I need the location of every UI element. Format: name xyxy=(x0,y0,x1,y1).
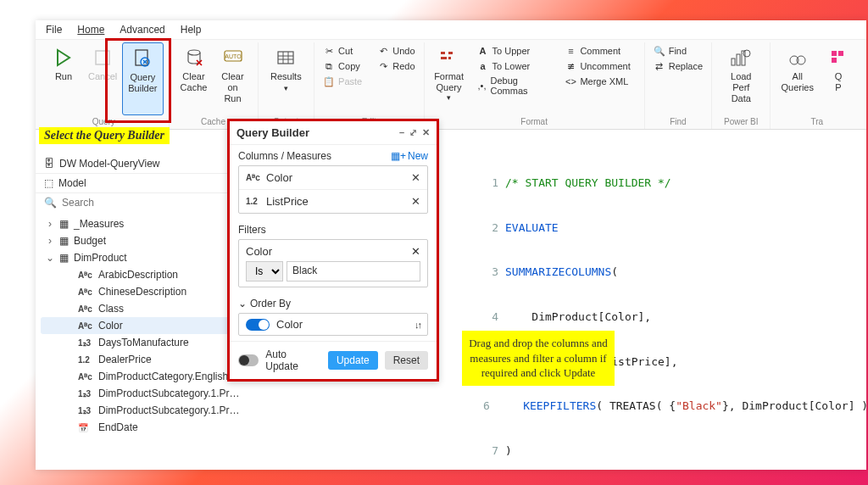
partial-button[interactable]: QP xyxy=(819,42,858,115)
col-category[interactable]: AᴮcDimProductCategory.English… xyxy=(41,368,258,385)
app-window: File Home Advanced Help Run Cancel Query… xyxy=(36,20,866,470)
qb-titlebar: Query Builder – ⤢ ✕ xyxy=(230,121,437,145)
annotation-select-qb: Select the Query Builder xyxy=(39,127,170,144)
ribbon-group-output: Results ▾ Output xyxy=(259,42,315,129)
close-icon[interactable]: ✕ xyxy=(422,127,430,138)
cancel-icon xyxy=(91,46,114,70)
code-editor[interactable]: 1/* START QUERY BUILDER */ 2EVALUATE 3SU… xyxy=(483,146,860,485)
menu-advanced[interactable]: Advanced xyxy=(120,24,164,36)
load-perf-data-button[interactable]: Load Perf Data xyxy=(717,42,765,115)
svg-rect-11 xyxy=(732,59,735,65)
menu-home[interactable]: Home xyxy=(77,24,104,36)
update-button[interactable]: Update xyxy=(328,351,378,370)
play-icon xyxy=(52,46,75,70)
col-arabic[interactable]: AᴮcArabicDescription xyxy=(41,266,258,283)
qb-new-button[interactable]: ▦+New xyxy=(391,150,428,162)
ribbon-group-query: Run Cancel Query Builder Query xyxy=(39,42,170,129)
find-button[interactable]: 🔍Find xyxy=(650,44,706,58)
col-color[interactable]: AᴮcColor xyxy=(41,317,258,334)
tree-measures[interactable]: ›▦_Measures xyxy=(41,215,258,232)
search-icon: 🔍 xyxy=(44,197,57,209)
svg-rect-9 xyxy=(448,52,453,54)
qb-footer: Auto Update Update Reset xyxy=(230,341,437,379)
auto-update-toggle[interactable] xyxy=(238,354,259,366)
annotation-drag-drop: Drag and drop the columns and measures a… xyxy=(462,331,615,386)
col-subcat1[interactable]: 1₂3DimProductSubcategory.1.Pr… xyxy=(41,385,258,402)
run-button[interactable]: Run xyxy=(44,42,83,115)
chevron-down-icon[interactable]: ⌄ xyxy=(238,298,247,309)
col-chinese[interactable]: AᴮcChineseDescription xyxy=(41,283,258,300)
ribbon-group-format: Format Query ▾ ATo Upper aTo Lower ,•,De… xyxy=(425,42,645,129)
svg-rect-18 xyxy=(838,51,843,56)
merge-xml-button[interactable]: <>Merge XML xyxy=(561,75,633,88)
search-icon: 🔍 xyxy=(654,45,665,57)
to-lower-button[interactable]: aTo Lower xyxy=(474,59,552,73)
menu-help[interactable]: Help xyxy=(181,24,202,36)
perf-data-icon xyxy=(729,46,753,70)
query-builder-panel: Query Builder – ⤢ ✕ Columns / Measures ▦… xyxy=(227,119,439,382)
ribbon-group-cache: Clear Cache AUTO Clear on Run Cache xyxy=(170,42,259,129)
remove-icon[interactable]: ✕ xyxy=(411,195,420,208)
col-daysmfg[interactable]: 1₂3DaysToManufacture xyxy=(41,334,258,351)
query-builder-button[interactable]: Query Builder xyxy=(122,42,163,115)
svg-rect-0 xyxy=(96,51,109,64)
to-upper-button[interactable]: ATo Upper xyxy=(474,44,552,58)
sort-icon[interactable]: ↓↑ xyxy=(415,320,420,330)
qb-col-color[interactable]: AᴮcColor✕ xyxy=(239,166,427,190)
table-icon xyxy=(274,46,298,70)
document-wrench-icon xyxy=(131,47,154,70)
qb-order-color[interactable]: Color ↓↑ xyxy=(238,313,428,336)
format-query-button[interactable]: Format Query ▾ xyxy=(430,42,469,115)
debug-icon: ,•, xyxy=(477,80,487,92)
menu-file[interactable]: File xyxy=(46,24,62,36)
filter-op-select[interactable]: Is xyxy=(246,261,283,282)
col-dealerprice[interactable]: 1.2DealerPrice xyxy=(41,351,258,368)
clear-cache-button[interactable]: Clear Cache xyxy=(175,42,214,115)
undo-button[interactable]: ↶Undo xyxy=(374,44,418,58)
svg-rect-10 xyxy=(448,57,451,59)
cancel-button[interactable]: Cancel xyxy=(83,42,122,115)
popout-icon[interactable]: ⤢ xyxy=(409,127,417,138)
plus-icon: ▦+ xyxy=(391,150,406,162)
ribbon-group-find: 🔍Find ⇄Replace Find xyxy=(645,42,712,129)
order-toggle[interactable] xyxy=(246,319,270,331)
col-enddate[interactable]: 📅EndDate xyxy=(41,419,258,436)
minimize-icon[interactable]: – xyxy=(399,127,404,138)
replace-button[interactable]: ⇄Replace xyxy=(650,59,706,73)
svg-text:AUTO: AUTO xyxy=(225,53,242,59)
col-class[interactable]: AᴮcClass xyxy=(41,300,258,317)
queries-icon xyxy=(786,46,810,70)
clipboard-icon: 📋 xyxy=(323,75,335,87)
remove-icon[interactable]: ✕ xyxy=(411,171,420,184)
tree-budget[interactable]: ›▦Budget xyxy=(41,232,258,249)
ribbon-group-edit: ✂Cut ⧉Copy 📋Paste ↶Undo ↷Redo Edit xyxy=(314,42,424,129)
database-icon: 🗄 xyxy=(44,158,54,170)
table-icon: ▦ xyxy=(59,218,69,230)
paste-button[interactable]: 📋Paste xyxy=(320,75,365,88)
redo-icon: ↷ xyxy=(377,60,389,72)
results-button[interactable]: Results ▾ xyxy=(264,42,309,115)
ribbon: Run Cancel Query Builder Query Clear Cac… xyxy=(36,40,866,130)
svg-point-14 xyxy=(743,50,750,57)
tree-dimproduct[interactable]: ⌄▦DimProduct xyxy=(41,249,258,266)
group-label-format: Format xyxy=(430,115,639,129)
cube-icon: ⬚ xyxy=(44,177,53,189)
comment-button[interactable]: ≡Comment xyxy=(561,44,633,58)
uncomment-icon: ≢ xyxy=(565,60,576,72)
redo-button[interactable]: ↷Redo xyxy=(374,59,418,73)
comment-icon: ≡ xyxy=(565,45,576,57)
debug-commas-button[interactable]: ,•,Debug Commas xyxy=(474,75,552,97)
col-subcat2[interactable]: 1₂3DimProductSubcategory.1.Pr… xyxy=(41,402,258,419)
filter-value-input[interactable]: Black xyxy=(287,261,420,282)
remove-filter-icon[interactable]: ✕ xyxy=(411,245,420,258)
cut-button[interactable]: ✂Cut xyxy=(320,44,365,58)
chevron-down-icon: ▾ xyxy=(447,93,451,103)
uncomment-button[interactable]: ≢Uncomment xyxy=(561,59,633,73)
clear-on-run-button[interactable]: AUTO Clear on Run xyxy=(214,42,253,115)
svg-rect-19 xyxy=(832,58,837,63)
qb-col-listprice[interactable]: 1.2ListPrice✕ xyxy=(239,190,427,213)
table-icon: ▦ xyxy=(59,235,69,247)
copy-button[interactable]: ⧉Copy xyxy=(320,59,365,73)
all-queries-button[interactable]: All Queries xyxy=(776,42,819,115)
reset-button[interactable]: Reset xyxy=(385,351,428,370)
